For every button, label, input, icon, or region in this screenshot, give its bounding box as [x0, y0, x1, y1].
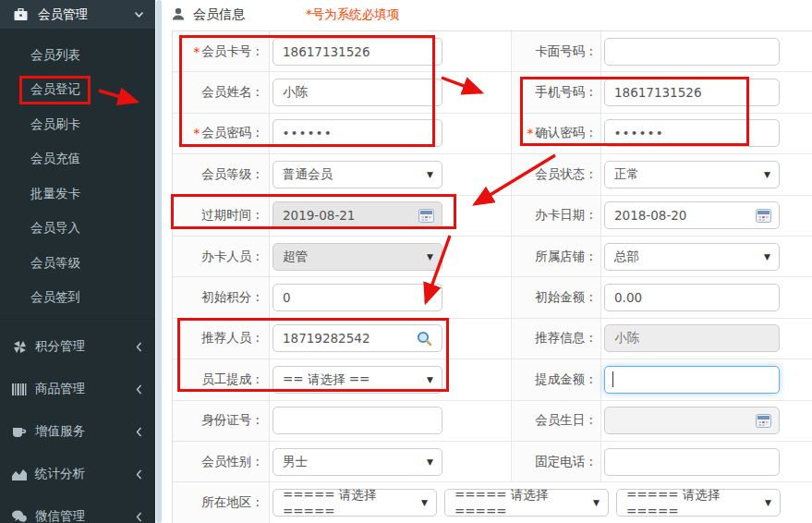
form-row: *会员密码 : *确认密码 :: [173, 114, 812, 154]
chevron-left-icon: [136, 469, 142, 480]
calendar-icon[interactable]: [755, 413, 771, 428]
caret-down-icon: ▼: [421, 498, 428, 506]
form-header: 会员信息 *号为系统必填项: [172, 0, 399, 30]
form-row: 会员性别 : 男士▼ 固定电话 :: [173, 442, 812, 482]
required-note: *号为系统必填项: [306, 6, 399, 23]
field-label-password: *会员密码 :: [173, 114, 270, 153]
sidebar-item-member-register[interactable]: 会员登记: [0, 73, 155, 108]
form-row: 会员姓名 : 手机号码 :: [173, 72, 812, 113]
form-row: 身份证号 : 会员生日 :: [173, 401, 812, 442]
field-label-region: 所在地区 :: [173, 482, 270, 522]
sidebar-item-points-management[interactable]: 积分管理: [0, 325, 155, 368]
sidebar-item-batch-cards[interactable]: 批量发卡: [0, 176, 155, 212]
field-label-issuer: 办卡人员 :: [173, 237, 270, 276]
chevron-left-icon: [136, 427, 142, 437]
commission-amount-input[interactable]: [604, 366, 780, 394]
store-select[interactable]: 总部▼: [604, 243, 780, 271]
area-chart-icon: [11, 467, 28, 481]
birthday-input[interactable]: [604, 407, 780, 434]
sidebar-item-member-recharge[interactable]: 会员充值: [0, 142, 155, 177]
form-row: 会员等级 : 普通会员▼ 会员状态 : 正常▼: [173, 154, 812, 195]
member-name-input[interactable]: [273, 79, 442, 106]
field-label-expire-date: 过期时间 :: [173, 196, 270, 236]
field-label-member-name: 会员姓名 :: [173, 72, 270, 112]
sidebar-item-member-import[interactable]: 会员导入: [0, 212, 155, 247]
sidebar-item-member-list[interactable]: 会员列表: [0, 38, 155, 73]
form-row: 初始积分 : 初始金额 :: [173, 277, 812, 318]
region-district-select[interactable]: ===== 请选择 =====▼: [616, 489, 781, 517]
sidebar-item-member-swipe[interactable]: 会员刷卡: [0, 107, 155, 142]
form-row: *会员卡号 : 卡面号码 :: [173, 31, 812, 72]
caret-down-icon: ▼: [764, 170, 770, 178]
field-label-initial-amount: 初始金额 :: [512, 277, 601, 317]
sidebar-item-value-added-services[interactable]: 增值服务: [0, 410, 155, 453]
chevron-left-icon: [136, 384, 142, 395]
region-city-select[interactable]: ===== 请选择 =====▼: [444, 489, 609, 517]
sidebar: 会员管理 会员列表 会员登记 会员刷卡 会员充值 批量发卡 会员导入 会员等级 …: [0, 0, 155, 523]
page-title: 会员信息: [193, 6, 245, 23]
field-label-card-number: *会员卡号 :: [173, 31, 270, 71]
referrer-info-input[interactable]: [604, 324, 780, 352]
caret-down-icon: ▼: [764, 252, 770, 261]
commission-amount-field: [601, 366, 780, 394]
field-label-commission-amount: 提成金额 :: [512, 359, 601, 399]
form-row: 所在地区 : ===== 请选择 =====▼ ===== 请选择 =====▼…: [173, 482, 812, 523]
field-label-issue-date: 办卡日期 :: [512, 196, 601, 236]
member-password-input[interactable]: [273, 119, 442, 147]
sidebar-item-label: 会员管理: [38, 6, 88, 23]
caret-down-icon: ▼: [427, 252, 433, 261]
field-label-mobile: 手机号码 :: [512, 72, 601, 112]
field-label-birthday: 会员生日 :: [512, 401, 601, 441]
field-label-fixed-phone: 固定电话 :: [512, 442, 601, 481]
initial-amount-input[interactable]: [604, 284, 780, 311]
sidebar-item-member-level[interactable]: 会员等级: [0, 246, 155, 281]
member-status-select[interactable]: 正常▼: [604, 161, 780, 189]
member-info-form: *会员卡号 : 卡面号码 : 会员姓名 : 手机号码 : *会员密码 : *确认…: [172, 30, 812, 523]
field-label-confirm-password: *确认密码 :: [512, 114, 601, 153]
caret-down-icon: ▼: [765, 498, 771, 506]
region-province-select[interactable]: ===== 请选择 =====▼: [273, 489, 437, 517]
sidebar-item-product-management[interactable]: 商品管理: [0, 368, 155, 410]
search-icon[interactable]: [416, 330, 432, 347]
field-label-member-level: 会员等级 :: [173, 154, 270, 194]
sidebar-item-wechat-management[interactable]: 微信管理: [0, 495, 155, 523]
field-label-id-card: 身份证号 :: [173, 401, 270, 441]
coffee-cup-icon: [11, 424, 28, 439]
issuer-select[interactable]: 超管▼: [273, 243, 442, 271]
user-icon: [172, 6, 185, 24]
wechat-icon: [11, 509, 28, 523]
field-label-store: 所属店铺 :: [512, 237, 601, 276]
calendar-icon[interactable]: [755, 208, 771, 223]
card-face-number-input[interactable]: [604, 38, 780, 66]
caret-down-icon: ▼: [427, 457, 433, 466]
gender-select[interactable]: 男士▼: [273, 448, 442, 476]
sidebar-item-member-management[interactable]: 会员管理: [0, 0, 155, 29]
field-label-staff-commission: 员工提成 :: [173, 359, 270, 399]
main-content: 会员信息 *号为系统必填项 *会员卡号 : 卡面号码 : 会员姓名 : 手机号码…: [155, 0, 812, 523]
chevron-down-icon: [134, 11, 144, 18]
mobile-number-input[interactable]: [604, 79, 780, 106]
sidebar-item-statistics-analysis[interactable]: 统计分析: [0, 453, 155, 495]
form-row: 推荐人员 : 推荐信息 :: [173, 319, 812, 359]
chevron-left-icon: [136, 342, 142, 352]
field-label-member-status: 会员状态 :: [512, 154, 601, 194]
calendar-icon[interactable]: [418, 208, 434, 223]
sidebar-sections: 积分管理 商品管理 增值服务: [0, 319, 155, 523]
confirm-password-input[interactable]: [604, 119, 780, 147]
initial-points-input[interactable]: [273, 284, 442, 311]
fixed-phone-input[interactable]: [604, 448, 780, 476]
staff-commission-select[interactable]: == 请选择 ==▼: [273, 366, 442, 394]
referrer-field: [270, 324, 442, 352]
field-label-initial-points: 初始积分 :: [173, 277, 270, 317]
form-row: 过期时间 : 办卡日期 :: [173, 196, 812, 237]
field-label-referrer-info: 推荐信息 :: [512, 319, 601, 359]
issue-date-input[interactable]: [604, 201, 780, 229]
member-card-number-input[interactable]: [273, 38, 442, 66]
member-level-select[interactable]: 普通会员▼: [273, 161, 442, 189]
chevron-left-icon: [136, 512, 142, 522]
barcode-icon: [11, 382, 28, 396]
sidebar-item-member-checkin[interactable]: 会员签到: [0, 281, 155, 316]
field-label-gender: 会员性别 :: [173, 442, 270, 481]
scrollbar[interactable]: [156, 0, 162, 523]
id-card-input[interactable]: [273, 407, 442, 434]
